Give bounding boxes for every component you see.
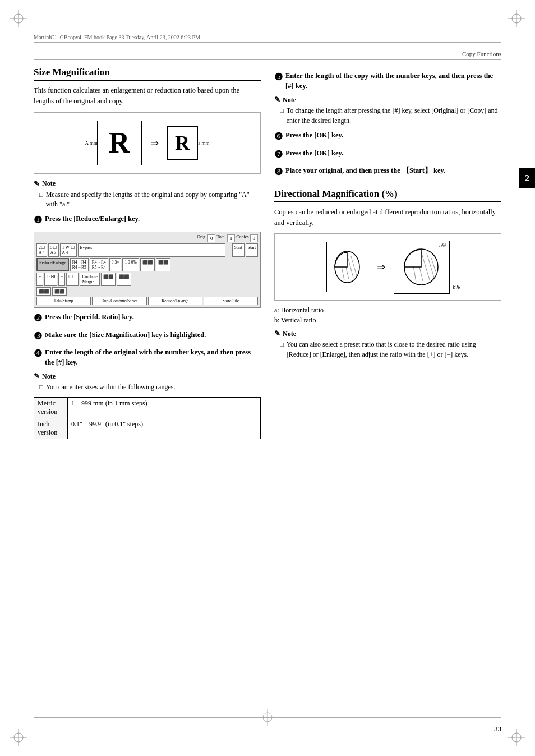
note-1-body: □ Measure and specify the lengths of the…	[34, 190, 261, 210]
step-1-num: ❶	[34, 214, 43, 228]
diagram-arrow: ⇒	[150, 137, 159, 149]
kbd-key-btn2: ⬛⬛	[156, 258, 170, 271]
table-cell-metric-label: Metric version	[34, 397, 68, 418]
kbd-key-combine: CombineMargin	[80, 273, 100, 286]
note-6-pencil-icon: ✎	[274, 329, 280, 338]
kbd-spacer	[227, 243, 231, 257]
header-bar-text: MartiniC1_GBcopy4_FM.book Page 33 Tuesda…	[34, 34, 200, 40]
note-2-header: ✎ Note	[34, 372, 261, 381]
section-tab: 2	[519, 168, 535, 188]
footer-page-number: 33	[494, 725, 501, 734]
right-column: ❺ Enter the length of the copy with the …	[274, 67, 501, 442]
directional-mag-diagram: ⇒ a% b%	[274, 233, 501, 301]
kbd-key-btn4: ⬛⬛	[117, 273, 131, 286]
note-6-body: □ You can also select a preset ratio tha…	[274, 340, 501, 359]
step-3: ❸ Make sure the [Size Magnification] key…	[34, 330, 261, 344]
note-5-header: ✎ Note	[274, 95, 501, 104]
section-number: 2	[525, 173, 529, 183]
corner-mark-tl	[10, 10, 27, 27]
dir-diagram-arrow: ⇒	[377, 261, 385, 273]
note-5-bullet: □	[280, 107, 284, 126]
note-5: ✎ Note □ To change the length after pres…	[274, 95, 501, 126]
section-title-size-mag: Size Magnification	[34, 67, 261, 81]
note-6-text: You can also select a preset ratio that …	[287, 340, 501, 359]
step-5: ❺ Enter the length of the copy with the …	[274, 71, 501, 91]
kbd-key-2a4: 2☐A 4	[36, 243, 47, 257]
kbd-key-minus: −	[58, 273, 65, 286]
kbd-top-row: Orig. 0 Total 1 Copies 0	[36, 234, 258, 242]
step-2: ❷ Press the [Specifd. Ratio] key.	[34, 312, 261, 326]
kbd-key-start2: Start	[246, 243, 258, 257]
kbd-key-r4r4b: R4→R4R5→R4	[90, 258, 108, 271]
table-row-inch: Inch version 0.1" – 99.9" (in 0.1" steps…	[34, 418, 261, 439]
kbd-row-4: ⬛⬛ ⬛⬛	[36, 287, 258, 296]
kbd-key-5a3: 5☐A 3	[48, 243, 59, 257]
step-5-text: Enter the length of the copy with the nu…	[285, 71, 501, 91]
pie-shape-right	[400, 244, 442, 290]
step-1-text: Press the [Reduce/Enlarge] key.	[45, 214, 140, 228]
note-1-item: □ Measure and specify the lengths of the…	[39, 190, 261, 210]
kbd-copies-val: 0	[250, 234, 259, 242]
kbd-key-100pct: 1 0 0%	[122, 258, 139, 271]
kbd-editstamp: Edit/Stamp	[36, 297, 91, 305]
dir-label-b: b%	[453, 284, 460, 290]
dir-label-a: a%	[439, 242, 446, 248]
step-2-num: ❷	[34, 312, 43, 326]
note-1-text: Measure and specify the lengths of the o…	[46, 190, 261, 210]
dir-box-right: a% b%	[394, 241, 450, 294]
note-1-header: ✎ Note	[34, 179, 261, 188]
caption-a: a: Horizontal ratio	[274, 306, 501, 315]
kbd-key-btn1: ⬛⬛	[140, 258, 155, 271]
step-2-text: Press the [Specifd. Ratio] key.	[45, 312, 134, 326]
kbd-key-93x: 9 3×	[109, 258, 122, 271]
kbd-key-btn5: ⬛⬛	[36, 287, 51, 296]
two-columns: Size Magnification This function calcula…	[34, 67, 501, 442]
kbd-row-1: 2☐A 4 5☐A 3 T W ☐A 4 Bypass Start Start	[36, 243, 258, 257]
step-6-text: Press the [OK] key.	[285, 130, 343, 144]
intro-text: This function calculates an enlargement …	[34, 85, 261, 107]
kbd-key-btn3: ⬛⬛	[101, 273, 116, 286]
kbd-key-redenlarge: Reduce/Enlarge	[36, 258, 69, 271]
step-8-num: ❽	[274, 165, 283, 179]
diagram-left-wrapper: R A mm	[97, 121, 142, 165]
table-row-metric: Metric version 1 – 999 mm (in 1 mm steps…	[34, 397, 261, 418]
kbd-reduce-enlarge: Reduce/Enlarge	[148, 297, 202, 305]
step-8: ❽ Place your original, and then press th…	[274, 165, 501, 179]
note-pencil-icon: ✎	[34, 179, 40, 188]
step-4: ❹ Enter the length of the original with …	[34, 347, 261, 367]
diagram-label-right: a mm	[198, 140, 209, 146]
keyboard-panel: Orig. 0 Total 1 Copies 0 2☐A 4 5☐A 3 T W…	[34, 232, 261, 308]
kbd-key-btn6: ⬛⬛	[52, 287, 67, 296]
note-2-label: Note	[42, 372, 56, 381]
kbd-key-start1: Start	[232, 243, 245, 257]
left-column: Size Magnification This function calcula…	[34, 67, 261, 442]
step-7-text: Press the [OK] key.	[285, 148, 343, 162]
note-5-item: □ To change the length after pressing th…	[280, 106, 501, 126]
corner-mark-tr	[508, 10, 525, 27]
size-mag-diagram: R A mm ⇒ R a mm	[34, 112, 261, 174]
kbd-rows: 2☐A 4 5☐A 3 T W ☐A 4 Bypass Start Start …	[36, 243, 258, 296]
kbd-copies-label: Copies	[236, 234, 248, 242]
pie-shape-left	[332, 247, 363, 287]
diagram-box-small: R a mm	[167, 126, 198, 160]
dir-box-left	[326, 242, 368, 292]
table-cell-inch-label: Inch version	[34, 418, 68, 439]
note-2-text: You can enter sizes within the following…	[46, 382, 176, 392]
step-5-num: ❺	[274, 71, 283, 91]
table-cell-metric-value: 1 – 999 mm (in 1 mm steps)	[68, 397, 261, 418]
kbd-key-r4r4: R4→R4R4→R5	[70, 258, 89, 271]
size-ranges-table: Metric version 1 – 999 mm (in 1 mm steps…	[34, 397, 261, 439]
note-5-pencil-icon: ✎	[274, 95, 280, 104]
diagram-label-left: A mm	[85, 140, 98, 146]
kbd-total-val: 1	[227, 234, 236, 242]
note-5-label: Note	[283, 96, 296, 104]
note-2-body: □ You can enter sizes within the followi…	[34, 382, 261, 392]
corner-mark-bl	[10, 729, 27, 746]
note-5-text: To change the length after pressing the …	[287, 106, 501, 126]
kbd-storefile: Store/File	[204, 297, 258, 305]
table-cell-inch-value: 0.1" – 99.9" (in 0.1" steps)	[68, 418, 261, 439]
step-1: ❶ Press the [Reduce/Enlarge] key.	[34, 214, 261, 228]
kbd-bottom-row: Edit/Stamp Dup./Combine/Series Reduce/En…	[36, 297, 258, 305]
kbd-key-specfd: ☐☐	[66, 273, 79, 286]
note-2: ✎ Note □ You can enter sizes within the …	[34, 372, 261, 392]
